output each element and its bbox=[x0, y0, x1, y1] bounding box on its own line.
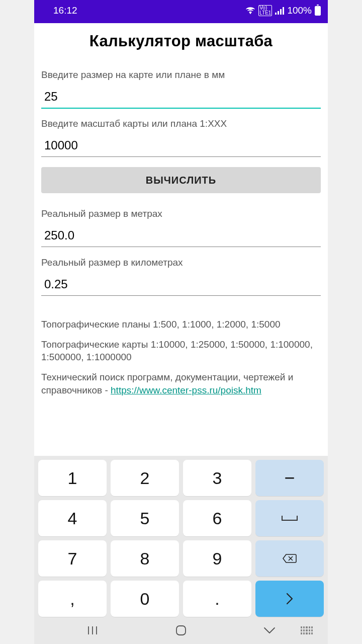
status-icons: Vo)LTE1 100% bbox=[245, 5, 321, 16]
page-title: Калькулятор масштаба bbox=[41, 32, 321, 50]
svg-rect-0 bbox=[275, 13, 277, 15]
battery-icon bbox=[315, 6, 321, 16]
backspace-icon bbox=[282, 553, 297, 564]
svg-rect-3 bbox=[283, 7, 284, 15]
scale-label: Введите масштаб карты или плана 1:XXX bbox=[41, 118, 321, 129]
search-link[interactable]: https://www.center-pss.ru/poisk.htm bbox=[111, 385, 261, 395]
meters-label: Реальный размер в метрах bbox=[41, 208, 321, 219]
battery-percent: 100% bbox=[287, 5, 312, 16]
nav-home[interactable] bbox=[171, 624, 191, 636]
calculate-button[interactable]: ВЫЧИСЛИТЬ bbox=[41, 167, 321, 193]
key-go[interactable] bbox=[255, 581, 324, 617]
info-plans: Топографические планы 1:500, 1:1000, 1:2… bbox=[41, 318, 321, 331]
android-navbar bbox=[38, 617, 324, 644]
key-backspace[interactable] bbox=[255, 540, 324, 577]
key-1[interactable]: 1 bbox=[38, 460, 107, 496]
map-size-label: Введите размер на карте или плане в мм bbox=[41, 69, 321, 80]
key-dot[interactable]: . bbox=[183, 581, 251, 617]
key-6[interactable]: 6 bbox=[183, 500, 251, 536]
status-bar: 16:12 Vo)LTE1 100% bbox=[34, 0, 328, 23]
status-time: 16:12 bbox=[53, 5, 77, 16]
km-output[interactable] bbox=[41, 274, 321, 296]
key-5[interactable]: 5 bbox=[111, 500, 179, 536]
home-icon bbox=[175, 624, 187, 636]
key-minus[interactable]: − bbox=[255, 460, 324, 496]
numeric-keyboard: 1 2 3 − 4 5 6 7 8 9 , 0 . bbox=[34, 456, 328, 644]
recent-icon bbox=[87, 625, 98, 635]
info-maps: Топографические карты 1:10000, 1:25000, … bbox=[41, 338, 321, 364]
info-search: Технический поиск программ, документации… bbox=[41, 371, 321, 396]
svg-rect-1 bbox=[278, 11, 279, 15]
km-label: Реальный размер в километрах bbox=[41, 257, 321, 268]
signal-icon bbox=[275, 7, 284, 15]
svg-rect-7 bbox=[176, 626, 186, 635]
svg-rect-2 bbox=[280, 9, 282, 15]
info-block: Топографические планы 1:500, 1:1000, 1:2… bbox=[41, 318, 321, 396]
nav-keyboard-toggle[interactable] bbox=[297, 626, 317, 634]
scale-input[interactable] bbox=[41, 135, 321, 157]
key-7[interactable]: 7 bbox=[38, 540, 107, 577]
key-2[interactable]: 2 bbox=[111, 460, 179, 496]
key-8[interactable]: 8 bbox=[111, 540, 179, 577]
nav-recent[interactable] bbox=[82, 625, 103, 635]
volte-icon: Vo)LTE1 bbox=[258, 5, 272, 16]
key-space[interactable] bbox=[255, 500, 324, 536]
keyboard-icon bbox=[301, 626, 313, 634]
map-size-input[interactable] bbox=[41, 87, 321, 109]
key-3[interactable]: 3 bbox=[183, 460, 251, 496]
key-4[interactable]: 4 bbox=[38, 500, 107, 536]
meters-output[interactable] bbox=[41, 225, 321, 247]
wifi-icon bbox=[245, 7, 255, 15]
chevron-down-icon bbox=[263, 626, 276, 634]
chevron-right-icon bbox=[286, 592, 294, 605]
key-comma[interactable]: , bbox=[38, 581, 107, 617]
space-icon bbox=[281, 515, 298, 522]
key-9[interactable]: 9 bbox=[183, 540, 251, 577]
nav-back[interactable] bbox=[259, 626, 280, 634]
key-0[interactable]: 0 bbox=[111, 581, 179, 617]
